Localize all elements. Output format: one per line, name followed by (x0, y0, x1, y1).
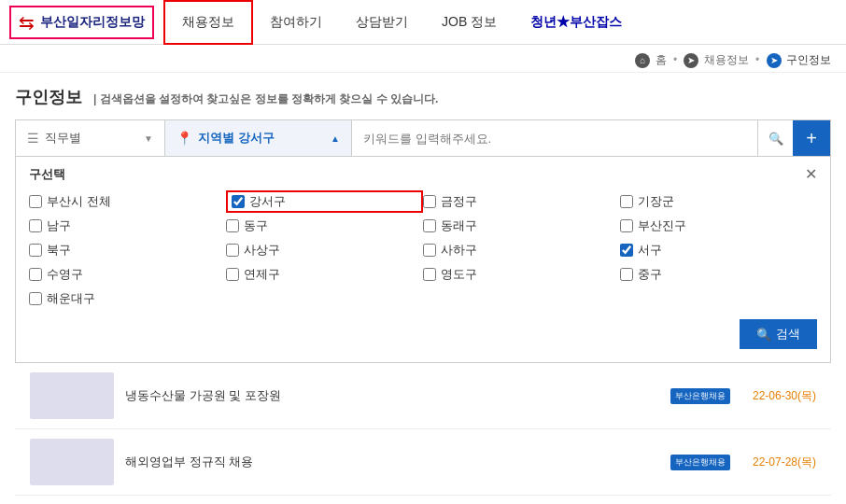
job-filter-segment[interactable]: ☰ 직무별 ▼ (16, 120, 165, 156)
filter-close-button[interactable]: ✕ (805, 167, 817, 182)
page-title: 구인정보 (15, 86, 82, 108)
filter-item-saha[interactable]: 사하구 (423, 239, 620, 261)
filter-item-yeongdo[interactable]: 영도구 (423, 263, 620, 286)
nav-bar: ⇆ 부산일자리정보망 채용정보 참여하기 상담받기 JOB 정보 청년★부산잡스 (0, 0, 846, 45)
filter-item-suyeong[interactable]: 수영구 (29, 263, 226, 286)
filter-item-seo[interactable]: 서구 (620, 239, 817, 261)
label-jung: 중구 (638, 266, 662, 283)
label-sasang: 사상구 (244, 242, 280, 259)
label-nam: 남구 (47, 217, 71, 234)
page-title-row: 구인정보 | 검색옵션을 설정하여 찾고싶은 정보를 정확하게 찾으실 수 있습… (15, 86, 831, 108)
badge-label: 부산은행채용 (670, 388, 730, 404)
checkbox-yeongdo[interactable] (423, 268, 436, 281)
logo[interactable]: ⇆ 부산일자리정보망 (9, 6, 154, 39)
result-section: 냉동수산물 가공원 및 포장원 부산은행채용 22-06-30(목) 해외영업부… (15, 363, 831, 496)
checkbox-nam[interactable] (29, 219, 42, 232)
label-yeongdo: 영도구 (441, 266, 477, 283)
breadcrumb-step1-icon: ➤ (684, 53, 698, 68)
breadcrumb-step2[interactable]: 구인정보 (786, 53, 831, 66)
logo-text: 부산일자리정보망 (40, 14, 145, 31)
keyword-input[interactable] (352, 120, 757, 156)
filter-item-haeundae[interactable]: 해운대구 (29, 287, 226, 310)
result-title[interactable]: 냉동수산물 가공원 및 포장원 (125, 387, 659, 404)
result-date: 22-07-28(목) (741, 455, 816, 470)
nav-item-job-info[interactable]: JOB 정보 (425, 0, 514, 45)
nav-item-youth[interactable]: 청년★부산잡스 (514, 0, 639, 45)
label-busan-all: 부산시 전체 (47, 193, 111, 210)
label-gangseo: 강서구 (249, 193, 286, 210)
filter-item-dong[interactable]: 동구 (226, 215, 423, 237)
main-content: 구인정보 | 검색옵션을 설정하여 찾고싶은 정보를 정확하게 찾으실 수 있습… (0, 73, 846, 504)
region-filter-segment[interactable]: 📍 지역별 강서구 ▲ (165, 120, 352, 156)
region-filter-icon: 📍 (176, 131, 192, 146)
label-dongnae: 동래구 (441, 217, 477, 234)
checkbox-dong[interactable] (226, 219, 239, 232)
filter-item-nam[interactable]: 남구 (29, 215, 226, 237)
label-dong: 동구 (244, 217, 268, 234)
badge-label: 부산은행채용 (670, 455, 730, 470)
breadcrumb-step2-icon: ➤ (767, 53, 782, 68)
label-buk: 북구 (47, 242, 71, 259)
search-bar: ☰ 직무별 ▼ 📍 지역별 강서구 ▲ 🔍 + (15, 119, 831, 157)
add-filter-button[interactable]: + (793, 120, 830, 156)
home-icon: ⌂ (635, 53, 650, 68)
result-title[interactable]: 해외영업부 정규직 채용 (125, 454, 659, 470)
logo-icon: ⇆ (19, 11, 35, 34)
checkbox-saha[interactable] (423, 244, 436, 257)
checkbox-geumjeong[interactable] (423, 195, 436, 208)
region-filter-label: 지역별 강서구 (198, 130, 331, 147)
checkbox-sasang[interactable] (226, 244, 239, 257)
filter-box: 구선택 ✕ 부산시 전체 강서구 금정구 기장군 (15, 157, 831, 363)
job-filter-label: 직무별 (45, 130, 144, 147)
filter-title: 구선택 (29, 166, 65, 183)
label-gijang: 기장군 (638, 193, 674, 210)
result-thumbnail (30, 439, 114, 485)
checkbox-yeonje[interactable] (226, 268, 239, 281)
filter-item-busanjin[interactable]: 부산진구 (620, 215, 817, 237)
label-yeonje: 연제구 (244, 266, 280, 283)
checkbox-haeundae[interactable] (29, 292, 42, 305)
company-badge: 부산은행채용 (670, 388, 730, 404)
checkbox-gijang[interactable] (620, 195, 633, 208)
breadcrumb-sep1: • (673, 53, 677, 66)
filter-item-jung[interactable]: 중구 (620, 263, 817, 286)
filter-item-gijang[interactable]: 기장군 (620, 190, 817, 213)
filter-grid: 부산시 전체 강서구 금정구 기장군 남구 동구 (29, 190, 817, 310)
label-suyeong: 수영구 (47, 266, 83, 283)
breadcrumb-bar: ⌂ 홈 • ➤ 채용정보 • ➤ 구인정보 (0, 45, 846, 73)
filter-header: 구선택 ✕ (29, 166, 817, 183)
filter-item-dongnae[interactable]: 동래구 (423, 215, 620, 237)
search-icon: 🔍 (756, 328, 771, 342)
result-date: 22-06-30(목) (741, 388, 816, 404)
checkbox-suyeong[interactable] (29, 268, 42, 281)
region-filter-arrow-icon: ▲ (331, 133, 340, 144)
checkbox-busan-all[interactable] (29, 195, 42, 208)
checkbox-busanjin[interactable] (620, 219, 633, 232)
checkbox-dongnae[interactable] (423, 219, 436, 232)
checkbox-gangseo[interactable] (232, 195, 245, 208)
nav-item-consult[interactable]: 상담받기 (339, 0, 425, 45)
checkbox-buk[interactable] (29, 244, 42, 257)
filter-item-yeonje[interactable]: 연제구 (226, 263, 423, 286)
label-saha: 사하구 (441, 242, 477, 259)
checkbox-seo[interactable] (620, 244, 633, 257)
keyword-search-button[interactable]: 🔍 (757, 120, 793, 156)
nav-item-participate[interactable]: 참여하기 (253, 0, 339, 45)
table-row: 해외영업부 정규직 채용 부산은행채용 22-07-28(목) (15, 429, 831, 496)
page-subtitle: | 검색옵션을 설정하여 찾고싶은 정보를 정확하게 찾으실 수 있습니다. (93, 91, 438, 107)
label-haeundae: 해운대구 (47, 290, 95, 307)
job-filter-icon: ☰ (27, 131, 39, 146)
filter-item-busan-all[interactable]: 부산시 전체 (29, 190, 226, 213)
label-geumjeong: 금정구 (441, 193, 477, 210)
nav-item-recruitment[interactable]: 채용정보 (163, 0, 253, 45)
filter-search-label: 검색 (776, 326, 800, 343)
filter-item-sasang[interactable]: 사상구 (226, 239, 423, 261)
filter-item-buk[interactable]: 북구 (29, 239, 226, 261)
checkbox-jung[interactable] (620, 268, 633, 281)
breadcrumb-home[interactable]: 홈 (656, 53, 667, 66)
filter-search-button[interactable]: 🔍 검색 (740, 319, 817, 349)
filter-item-geumjeong[interactable]: 금정구 (423, 190, 620, 213)
breadcrumb-step1[interactable]: 채용정보 (704, 53, 749, 66)
job-filter-arrow-icon: ▼ (144, 133, 153, 144)
filter-item-gangseo[interactable]: 강서구 (226, 190, 423, 213)
